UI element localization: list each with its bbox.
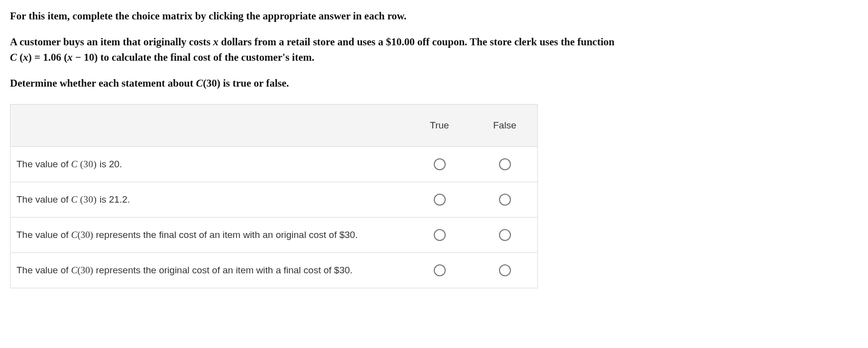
statement-leading: The value of: [16, 194, 71, 205]
matrix-header-stub: [10, 105, 407, 147]
fn-paren-open: (: [17, 51, 23, 63]
function-definition: C (x) = 1.06 (x − 10) to calculate the f…: [10, 50, 858, 64]
statement-trailing: represents the original cost of an item …: [93, 265, 353, 275]
table-row: The value of C(30) represents the origin…: [10, 253, 538, 288]
scenario-text: A customer buys an item that originally …: [10, 35, 858, 49]
choice-matrix: True False The value of C (30) is 20. Th…: [10, 104, 538, 288]
fn-C: C: [10, 51, 17, 63]
determine-b: is true or false.: [220, 77, 289, 89]
statement-C: C: [71, 194, 78, 205]
radio-cell-true: [407, 182, 472, 218]
radio-false-2[interactable]: [499, 229, 511, 241]
statement-trailing: is 21.2.: [97, 194, 130, 205]
fn-x1: x: [23, 51, 28, 63]
radio-cell-true: [407, 218, 472, 253]
scenario-part-a: A customer buys an item that originally …: [10, 36, 213, 48]
statement-C: C: [71, 230, 78, 240]
statement-cell: The value of C (30) is 20.: [10, 147, 407, 182]
radio-true-2[interactable]: [434, 229, 446, 241]
determine-paren: (30): [203, 77, 220, 89]
statement-cell: The value of C(30) represents the origin…: [10, 253, 407, 288]
statement-leading: The value of: [16, 230, 71, 240]
fn-tail: to calculate the final cost of the custo…: [98, 51, 314, 63]
fn-rhs-rest: − 10): [73, 51, 98, 63]
statement-arg: (30): [78, 159, 97, 169]
radio-cell-false: [472, 253, 538, 288]
statement-trailing: is 20.: [97, 159, 122, 169]
radio-false-3[interactable]: [499, 264, 511, 276]
question-page: For this item, complete the choice matri…: [0, 0, 868, 303]
table-row: The value of C(30) represents the final …: [10, 218, 538, 253]
radio-cell-true: [407, 253, 472, 288]
fn-x2: x: [67, 51, 73, 63]
matrix-header-row: True False: [10, 105, 538, 147]
radio-cell-false: [472, 182, 538, 218]
table-row: The value of C (30) is 20.: [10, 147, 538, 182]
statement-arg: (30): [78, 265, 94, 275]
statement-C: C: [71, 159, 78, 169]
statement-arg: (30): [78, 194, 97, 205]
column-header-false: False: [472, 105, 538, 147]
table-row: The value of C (30) is 21.2.: [10, 182, 538, 218]
question-prompt: For this item, complete the choice matri…: [10, 9, 858, 90]
statement-leading: The value of: [16, 265, 71, 275]
radio-cell-true: [407, 147, 472, 182]
statement-leading: The value of: [16, 159, 71, 169]
fn-eq: = 1.06 (: [34, 51, 67, 63]
radio-false-0[interactable]: [499, 158, 511, 170]
radio-cell-false: [472, 218, 538, 253]
statement-arg: (30): [78, 230, 94, 240]
scenario-part-b: dollars from a retail store and uses a $…: [218, 36, 614, 48]
radio-true-0[interactable]: [434, 158, 446, 170]
variable-x: x: [213, 36, 219, 48]
radio-true-1[interactable]: [434, 194, 446, 206]
statement-cell: The value of C(30) represents the final …: [10, 218, 407, 253]
determine-text: Determine whether each statement about C…: [10, 76, 858, 90]
radio-false-1[interactable]: [499, 194, 511, 206]
column-header-true: True: [407, 105, 472, 147]
statement-trailing: represents the final cost of an item wit…: [93, 230, 358, 240]
determine-a: Determine whether each statement about: [10, 77, 196, 89]
determine-C: C: [196, 77, 203, 89]
instructions-text: For this item, complete the choice matri…: [10, 9, 858, 23]
radio-cell-false: [472, 147, 538, 182]
radio-true-3[interactable]: [434, 264, 446, 276]
statement-cell: The value of C (30) is 21.2.: [10, 182, 407, 218]
fn-paren-close: ): [28, 51, 34, 63]
statement-C: C: [71, 265, 78, 275]
